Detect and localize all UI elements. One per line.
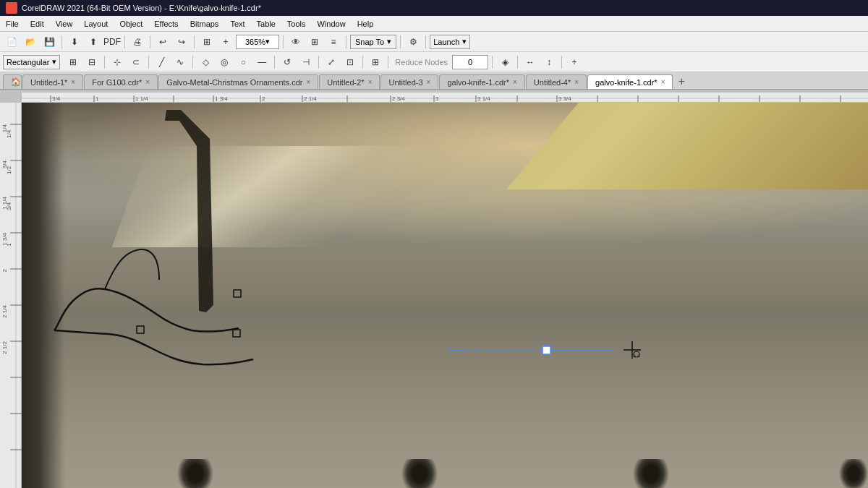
svg-text:3 3/4: 3 3/4 xyxy=(558,95,571,102)
break-curve[interactable]: ⊹ xyxy=(109,54,126,70)
tab-galvo-ornaments[interactable]: Galvo-Metal-Christmas Ornaments.cdr × xyxy=(158,74,318,89)
rect-type-dropdown[interactable]: Rectangular▾ xyxy=(3,55,60,69)
handle-area xyxy=(506,103,868,189)
sep14 xyxy=(362,56,363,69)
menu-table[interactable]: Table xyxy=(251,16,281,32)
canvas-area[interactable] xyxy=(22,103,868,488)
to-curve[interactable]: ∿ xyxy=(171,54,189,70)
mirror-v[interactable]: ↕ xyxy=(540,54,558,70)
tab-g100[interactable]: For G100.cdr* × xyxy=(84,74,158,89)
blade-curve-top xyxy=(54,288,239,331)
node-add[interactable]: ⊞ xyxy=(64,54,82,70)
svg-text:2 3/4: 2 3/4 xyxy=(392,95,405,102)
svg-text:2 1/4: 2 1/4 xyxy=(304,95,317,102)
undo-button[interactable]: ↩ xyxy=(154,34,171,50)
close-tab-g100[interactable]: × xyxy=(145,78,150,86)
tab-home[interactable]: 🏠 xyxy=(3,74,22,89)
select-all-nodes[interactable]: ⊡ xyxy=(341,54,359,70)
print-button[interactable]: 🖨 xyxy=(129,34,146,50)
view-mode[interactable]: 👁 xyxy=(287,34,305,50)
node-remove[interactable]: ⊟ xyxy=(83,54,101,70)
vruler-label: 1/4 xyxy=(1,124,8,132)
sep6 xyxy=(346,35,346,48)
bezier-endpoint-handle xyxy=(542,346,550,354)
open-button[interactable]: 📂 xyxy=(22,34,39,50)
close-tab-untitled3[interactable]: × xyxy=(427,78,431,86)
vruler-label6: 2 1/4 xyxy=(1,305,8,318)
sep2 xyxy=(124,35,125,48)
title-bar: CorelDRAW 2021 (64-Bit OEM Version) - E:… xyxy=(0,0,868,16)
menu-text[interactable]: Text xyxy=(224,16,250,32)
blade-curve-bottom xyxy=(54,330,253,364)
node-value-input[interactable] xyxy=(452,55,488,69)
add-node-extra[interactable]: + xyxy=(566,54,583,70)
tab-galvo-knife1-active[interactable]: galvo-knife-1.cdr* × xyxy=(587,74,673,89)
svg-text:3/4: 3/4 xyxy=(52,95,61,102)
vruler-label3: 1 1/4 xyxy=(1,197,8,210)
smooth-node[interactable]: ◎ xyxy=(216,54,233,70)
menu-help[interactable]: Help xyxy=(352,16,380,32)
menu-object[interactable]: Object xyxy=(114,16,148,32)
sep3 xyxy=(150,35,150,48)
title-text: CorelDRAW 2021 (64-Bit OEM Version) - E:… xyxy=(22,4,261,12)
cusp-node[interactable]: ◇ xyxy=(197,54,214,70)
publish-button[interactable]: PDF xyxy=(103,34,121,50)
cursor-crosshair xyxy=(624,341,641,359)
save-button[interactable]: 💾 xyxy=(41,34,58,50)
reverse-subpath[interactable]: ↺ xyxy=(278,54,296,70)
node-align[interactable]: ⊞ xyxy=(367,54,384,70)
mirror-h[interactable]: ↔ xyxy=(522,54,539,70)
menu-effects[interactable]: Effects xyxy=(148,16,184,32)
extract-subpath[interactable]: ⊣ xyxy=(297,54,315,70)
symmetrical-node[interactable]: ○ xyxy=(234,54,252,70)
add-tab-button[interactable]: + xyxy=(673,74,689,89)
menu-bitmaps[interactable]: Bitmaps xyxy=(184,16,225,32)
close-tab-untitled2[interactable]: × xyxy=(368,78,373,86)
close-tab-galvo-knife1[interactable]: × xyxy=(513,78,517,86)
new-button[interactable]: 📄 xyxy=(3,34,20,50)
zoom-to-fit[interactable]: ⊞ xyxy=(198,34,216,50)
menu-file[interactable]: File xyxy=(0,16,25,32)
elastic-mode[interactable]: ⤢ xyxy=(323,54,340,70)
import-button[interactable]: ⬇ xyxy=(66,34,83,50)
line-node[interactable]: — xyxy=(253,54,271,70)
join-nodes[interactable]: ⊂ xyxy=(127,54,145,70)
node-tool-options[interactable]: ◈ xyxy=(496,54,514,70)
zoom-level[interactable]: 365%▾ xyxy=(236,35,279,49)
tab-galvo-knife1[interactable]: galvo-knife-1.cdr* × xyxy=(439,74,524,89)
svg-text:2: 2 xyxy=(262,95,265,102)
view-grid[interactable]: ⊞ xyxy=(306,34,323,50)
export-button[interactable]: ⬆ xyxy=(85,34,102,50)
tab-untitled3[interactable]: Untitled-3 × xyxy=(380,74,438,89)
sep8 xyxy=(425,35,426,48)
tab-untitled1[interactable]: Untitled-1* × xyxy=(22,74,83,89)
redo-button[interactable]: ↪ xyxy=(173,34,190,50)
menu-edit[interactable]: Edit xyxy=(25,16,50,32)
close-tab-active[interactable]: × xyxy=(661,78,665,86)
menu-tools[interactable]: Tools xyxy=(281,16,312,32)
menu-view[interactable]: View xyxy=(50,16,79,32)
sep1 xyxy=(61,35,62,48)
view-guides[interactable]: ≡ xyxy=(325,34,342,50)
sep11 xyxy=(192,56,193,69)
zoom-in[interactable]: + xyxy=(217,34,234,50)
menu-layout[interactable]: Layout xyxy=(78,16,114,32)
toolbar-main: 📄 📂 💾 ⬇ ⬆ PDF 🖨 ↩ ↪ ⊞ + 365%▾ 👁 ⊞ ≡ Snap… xyxy=(0,32,868,52)
close-tab-untitled4[interactable]: × xyxy=(574,78,579,86)
to-line[interactable]: ╱ xyxy=(153,54,170,70)
launch-button[interactable]: Launch▾ xyxy=(430,35,470,49)
node-handle-3 xyxy=(234,290,241,297)
snap-to-button[interactable]: Snap To▾ xyxy=(350,35,396,49)
handle-hole-3 xyxy=(629,459,673,488)
close-tab-ornaments[interactable]: × xyxy=(306,78,310,86)
svg-text:1 1/4: 1 1/4 xyxy=(135,95,148,102)
close-tab-untitled1[interactable]: × xyxy=(71,78,75,86)
app-icon xyxy=(6,2,17,14)
menu-window[interactable]: Window xyxy=(312,16,352,32)
vruler-label7: 2 1/2 xyxy=(1,341,8,354)
svg-text:1: 1 xyxy=(95,95,99,102)
tab-untitled2[interactable]: Untitled-2* × xyxy=(319,74,380,89)
tab-untitled4[interactable]: Untitled-4* × xyxy=(526,74,587,89)
options-button[interactable]: ⚙ xyxy=(404,34,422,50)
sep7 xyxy=(400,35,401,48)
